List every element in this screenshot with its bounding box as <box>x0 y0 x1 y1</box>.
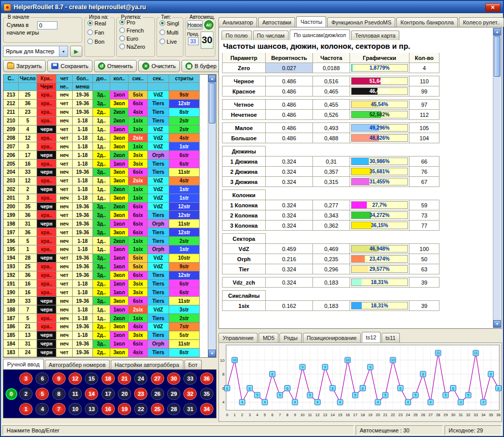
table-row[interactable]: 1887черннеч1-181д..1кол2sixVdZ3str <box>4 305 208 314</box>
freq-row[interactable]: Нечетное0.4860,52652,582%112 <box>222 109 490 120</box>
main-tab[interactable]: Частоты <box>296 16 326 27</box>
board-number-13[interactable]: 13 <box>85 403 98 415</box>
freq-row[interactable]: Большое0.4860,48848,826%104 <box>222 133 490 143</box>
table-row[interactable]: 1951кра..неч1-181д..1кол1sixOrph1str <box>4 245 208 254</box>
scroll-up-icon[interactable]: ▲ <box>208 75 216 82</box>
input-tab[interactable]: Настройки автограббера <box>111 360 183 369</box>
board-number-14[interactable]: 14 <box>85 388 98 400</box>
toolbar-button[interactable]: Сохранить <box>47 60 92 72</box>
frequency-subtab[interactable]: Тепловая карта <box>351 30 400 40</box>
toolbar-button[interactable]: Загрузить <box>3 60 46 72</box>
titlebar[interactable]: HelperRoullet 8.7 - create helperroullet… <box>1 1 503 13</box>
board-number-23[interactable]: 23 <box>134 388 147 400</box>
table-row[interactable]: 1875кра..неч1-181д..2кол1sixTiers2str <box>4 314 208 323</box>
board-number-34[interactable]: 34 <box>200 403 213 415</box>
board-number-15[interactable]: 15 <box>85 372 98 385</box>
table-row[interactable]: 2105кра..неч1-181д..2кол1sixTiers2str <box>4 117 208 126</box>
table-row[interactable]: 2094чернчет1-181д..1кол1sixVdZ2str <box>4 126 208 134</box>
table-row[interactable]: 19016кра..чет1-182д..1кол3sixTiers6str <box>4 288 208 297</box>
frequency-subtab[interactable]: По полю <box>222 30 252 40</box>
board-number-6[interactable]: 6 <box>36 372 49 385</box>
table-row[interactable]: 21236кра..чет19-363д..3кол6sixTiers12str <box>4 100 208 108</box>
toolbar-button[interactable]: ▤В буфер <box>181 60 220 72</box>
radio-option[interactable]: French <box>119 26 154 34</box>
board-number-29[interactable]: 29 <box>167 388 180 400</box>
board-number-11[interactable]: 11 <box>69 388 82 400</box>
radio-option[interactable]: NaZero <box>119 43 154 50</box>
table-row[interactable]: 20516кра..чет1-182д..1кол3sixTiers6str <box>4 160 208 168</box>
table-row[interactable]: 21123кра..неч19-362д..2кол4sixTiers8str <box>4 108 208 117</box>
frequency-subtab[interactable]: По числам <box>253 30 289 40</box>
chevron-down-icon[interactable]: ▼ <box>59 46 68 56</box>
scrollbar-thumb[interactable] <box>209 83 215 123</box>
freq-row[interactable]: VdZ0.4590,46946,948%100 <box>222 243 490 254</box>
main-tab[interactable]: Контроль банкролла <box>396 17 458 27</box>
table-row[interactable]: 20617черннеч1-182д..2кол3sixOrph6str <box>4 151 208 160</box>
freq-scrollbar[interactable]: ▲ ▼ <box>493 28 501 328</box>
scrollbar-thumb[interactable] <box>494 36 500 77</box>
board-number-26[interactable]: 26 <box>151 388 164 400</box>
radio-option[interactable]: Live <box>160 38 183 45</box>
input-tab[interactable]: Ручной ввод <box>3 359 44 369</box>
table-row[interactable]: 18431черннеч19-363д..1кол6sixOrph11str <box>4 340 208 349</box>
close-button[interactable]: ✕ <box>485 3 500 12</box>
table-row[interactable]: 19428чернчет19-363д..1кол5sixVdZ10str <box>4 254 208 263</box>
board-number-3[interactable]: 3 <box>19 372 33 385</box>
table-row[interactable]: 2073кра..неч1-181д..3кол1sixVdZ1str <box>4 142 208 151</box>
main-tab[interactable]: Функционал PsevdoMS <box>327 17 395 27</box>
scroll-down-icon[interactable]: ▼ <box>208 350 216 357</box>
board-number-1[interactable]: 1 <box>19 403 33 415</box>
board-number-16[interactable]: 16 <box>102 403 115 415</box>
input-tab[interactable]: Бот <box>184 360 202 369</box>
table-row[interactable]: 19831черннеч19-363д..1кол6sixOrph11str <box>4 220 208 228</box>
freq-row[interactable]: 2 Дюжина0.3240,35735,681%76 <box>222 166 490 177</box>
table-row[interactable]: 20035черннеч19-363д..2кол6sixVdZ12str <box>4 203 208 211</box>
board-number-35[interactable]: 35 <box>200 388 213 400</box>
scroll-down-icon[interactable]: ▼ <box>493 320 501 328</box>
main-tab[interactable]: Автоставки <box>258 17 295 27</box>
radio-option[interactable]: Euro <box>119 35 154 42</box>
freq-row[interactable]: Красное0.4860,46546,479%99 <box>222 86 490 97</box>
board-number-18[interactable]: 18 <box>102 372 115 385</box>
freq-row[interactable]: 1 Колонка0.3240,27727,7%59 <box>222 200 490 210</box>
main-tab[interactable]: Колесо рулет.. <box>459 17 504 27</box>
board-number-21[interactable]: 21 <box>118 372 131 385</box>
table-row[interactable]: 19236кра..чет19-363д..3кол6sixTiers12str <box>4 271 208 280</box>
board-number-31[interactable]: 31 <box>183 403 197 415</box>
table-row[interactable]: 19325кра..неч19-363д..1кол5sixVdZ9str <box>4 263 208 271</box>
board-number-20[interactable]: 20 <box>118 388 131 400</box>
board-number-25[interactable]: 25 <box>151 403 164 415</box>
table-row[interactable]: 18621кра..неч19-362д..3кол4sixVdZ7str <box>4 323 208 331</box>
frequency-subtab[interactable]: По шансам/дюж/кол <box>290 29 350 40</box>
board-number-2[interactable]: 2 <box>19 388 33 400</box>
freq-row[interactable]: Малое0.4860,49349,296%105 <box>222 122 490 133</box>
board-number-9[interactable]: 9 <box>52 372 66 385</box>
run-button[interactable]: ▶ <box>70 46 82 57</box>
table-row[interactable]: 2022чернчет1-181д..2кол1sixVdZ1str <box>4 185 208 194</box>
bottom-tab[interactable]: Ряды <box>279 333 301 342</box>
toolbar-button[interactable]: ×Очистить <box>138 60 180 72</box>
freq-row[interactable]: Orph0.2160,23523,474%50 <box>222 254 490 264</box>
new-autoshift-button[interactable]: Новое <box>187 20 203 29</box>
board-number-33[interactable]: 33 <box>183 372 197 385</box>
table-row[interactable]: 20433черннеч19-363д..3кол6sixTiers11str <box>4 168 208 177</box>
board-number-24[interactable]: 24 <box>134 372 147 385</box>
board-number-19[interactable]: 19 <box>118 403 131 415</box>
board-number-36[interactable]: 36 <box>200 372 213 385</box>
freq-row[interactable]: 1 Дюжина0.3240,3130,986%66 <box>222 156 490 167</box>
radio-option[interactable]: Bon <box>87 38 114 45</box>
input-tab[interactable]: Автограббер номеров <box>45 360 110 369</box>
board-number-22[interactable]: 22 <box>134 403 147 415</box>
radio-option[interactable]: Fan <box>87 28 114 36</box>
table-row[interactable]: 19736кра..чет19-363д..3кол6sixTiers12str <box>4 228 208 237</box>
freq-row[interactable]: 3 Колонка0.3240,36236,15%77 <box>222 220 490 231</box>
table-row[interactable]: 18933черннеч19-363д..3кол6sixTiers11str <box>4 297 208 305</box>
board-number-0[interactable]: 0 <box>6 388 17 400</box>
table-row[interactable]: 19116кра..чет1-182д..1кол3sixTiers6str <box>4 280 208 289</box>
table-row[interactable]: 1965кра..неч1-181д..2кол1sixTiers2str <box>4 237 208 245</box>
bottom-tab[interactable]: Позиционирование <box>303 333 361 342</box>
freq-row[interactable]: 1six0.1620,18318,31%39 <box>222 300 490 311</box>
board-number-4[interactable]: 4 <box>36 403 49 415</box>
radio-option[interactable]: Multi <box>160 28 183 36</box>
start-sum-input[interactable] <box>37 21 57 29</box>
